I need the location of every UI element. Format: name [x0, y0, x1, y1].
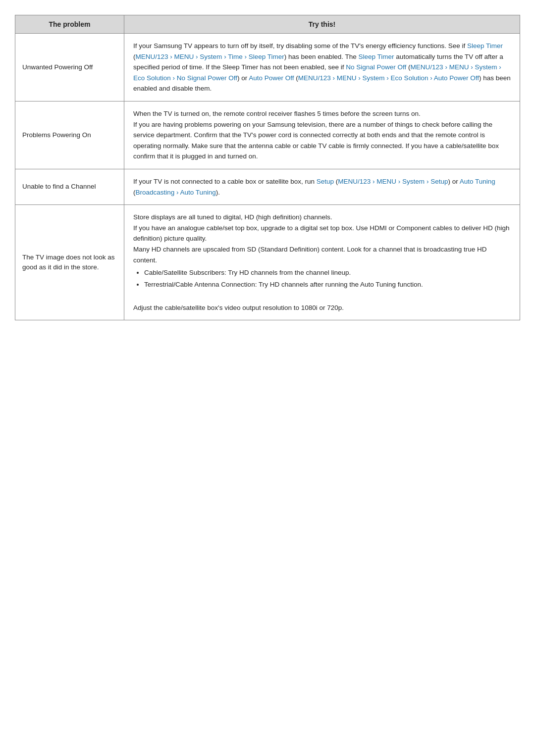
system-link2[interactable]: System [475, 63, 497, 71]
system-link4[interactable]: System [402, 178, 425, 185]
header-problem: The problem [15, 15, 124, 33]
solution-bullet-list: Cable/Satellite Subscribers: Try HD chan… [144, 267, 511, 301]
table-row: Unwanted Powering Off If your Samsung TV… [15, 34, 520, 101]
menu-link3[interactable]: MENU [337, 74, 357, 82]
auto-tuning-link2[interactable]: Auto Tuning [180, 189, 216, 196]
solution-content: When the TV is turned on, the remote con… [124, 101, 520, 169]
system-link[interactable]: System [200, 53, 222, 60]
problem-label: Unable to find a Channel [15, 169, 124, 204]
menu-link[interactable]: MENU [174, 53, 194, 60]
no-signal-link2[interactable]: No Signal Power Off [177, 74, 237, 82]
solution-content: If your TV is not connected to a cable b… [124, 169, 520, 204]
header-solution: Try this! [124, 15, 520, 33]
system-link3[interactable]: System [363, 74, 385, 82]
menu123-link[interactable]: MENU/123 [136, 53, 168, 60]
problem-label: Unwanted Powering Off [15, 34, 124, 101]
problem-label: The TV image does not look as good as it… [15, 205, 124, 320]
solution-content: If your Samsung TV appears to turn off b… [124, 34, 520, 101]
table-row: The TV image does not look as good as it… [15, 205, 520, 320]
menu-link2[interactable]: MENU [449, 63, 469, 71]
table-header: The problem Try this! [15, 15, 520, 34]
menu123-link2[interactable]: MENU/123 [411, 63, 443, 71]
eco-link2[interactable]: Eco Solution [391, 74, 428, 82]
solution-content: Store displays are all tuned to digital,… [124, 205, 520, 320]
auto-tuning-link[interactable]: Auto Tuning [460, 178, 495, 185]
table-row: Unable to find a Channel If your TV is n… [15, 169, 520, 205]
sleep-timer-link2[interactable]: Sleep Timer [249, 53, 284, 60]
list-item: Terrestrial/Cable Antenna Connection: Tr… [144, 279, 511, 301]
auto-power-link[interactable]: Auto Power Off [249, 74, 294, 82]
sleep-timer-ref[interactable]: Sleep Timer [359, 53, 394, 60]
problem-label: Problems Powering On [15, 101, 124, 169]
eco-solution-link[interactable]: Eco Solution [133, 74, 171, 82]
table-row: Problems Powering On When the TV is turn… [15, 101, 520, 169]
menu123-link3[interactable]: MENU/123 [298, 74, 331, 82]
menu-link4[interactable]: MENU [376, 178, 396, 185]
auto-power-off-link[interactable]: Auto Power Off [434, 74, 479, 82]
no-signal-link[interactable]: No Signal Power Off [346, 63, 406, 71]
troubleshooting-table: The problem Try this! Unwanted Powering … [15, 15, 520, 320]
list-item: Cable/Satellite Subscribers: Try HD chan… [144, 267, 511, 278]
broadcasting-link[interactable]: Broadcasting [136, 189, 175, 196]
menu123-link4[interactable]: MENU/123 [338, 178, 371, 185]
setup-link2[interactable]: Setup [430, 178, 448, 185]
time-link[interactable]: Time [228, 53, 243, 60]
sleep-timer-link[interactable]: Sleep Timer [467, 42, 503, 50]
setup-link[interactable]: Setup [317, 178, 334, 185]
